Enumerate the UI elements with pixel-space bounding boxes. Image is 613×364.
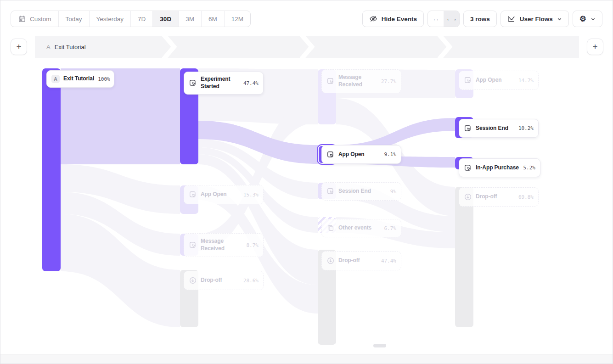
drop-off-icon [464,193,472,201]
node-card-drop-off-4[interactable]: Drop-off 69.8% [459,187,539,207]
node-card-experiment-started[interactable]: Experiment Started 47.4% [184,72,264,95]
node-card-other-events-3[interactable]: Other events 6.7% [321,219,401,237]
node-card-app-open-2[interactable]: App Open 15.3% [184,185,264,204]
event-icon [326,77,335,85]
node-bar-drop-off-4[interactable] [455,187,473,327]
node-card-drop-off-3[interactable]: Drop-off 47.4% [321,251,401,270]
event-icon [464,164,472,172]
horizontal-scrollbar-thumb[interactable] [373,344,386,347]
node-card-app-open-3-selected[interactable]: App Open 9.1% [321,145,401,164]
user-flows-screen: Custom Today Yesterday 7D 30D 3M 6M 12M … [0,0,613,364]
event-icon [189,241,197,249]
node-card-session-end-4[interactable]: Session End 10.2% [459,119,539,138]
event-icon [464,76,472,84]
node-bar-exit-tutorial[interactable] [42,68,61,271]
event-icon [326,187,335,196]
other-events-icon [326,224,335,232]
event-icon [464,124,472,133]
node-card-session-end-3[interactable]: Session End 9% [321,182,401,201]
node-card-drop-off-2[interactable]: Drop-off 28.6% [184,271,264,290]
event-icon [189,190,197,199]
drop-off-icon [189,276,197,285]
node-card-message-received-2[interactable]: Message Received 8.7% [184,233,264,257]
event-icon [189,79,197,87]
step-a-badge: A [51,75,60,83]
node-card-exit-tutorial[interactable]: A Exit Tutorial 100% [46,70,114,88]
event-icon [326,151,335,159]
node-card-message-received-3[interactable]: Message Received 27.7% [321,69,401,93]
node-card-in-app-purchase-4[interactable]: In-App Purchase 5.2% [459,158,540,177]
drop-off-icon [326,257,335,265]
node-card-app-open-4[interactable]: App Open 14.7% [459,71,539,90]
sankey-flows [0,0,613,364]
